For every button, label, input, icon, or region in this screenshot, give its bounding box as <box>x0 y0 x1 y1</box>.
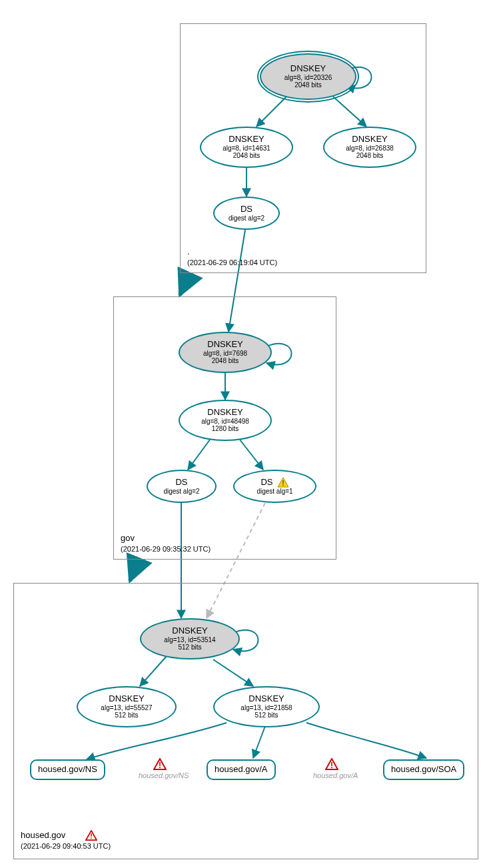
node-sub2: 2048 bits <box>356 152 384 160</box>
node-title: DNSKEY <box>207 408 242 418</box>
zone-housed-name: housed.gov <box>21 830 65 841</box>
node-sub1: alg=8, id=20326 <box>284 74 332 82</box>
node-sub2: 2048 bits <box>233 152 260 160</box>
node-sub2: 512 bits <box>254 711 278 719</box>
housed-ksk: DNSKEY alg=13, id=53514 512 bits <box>140 618 240 659</box>
root-ksk: DNSKEY alg=8, id=20326 2048 bits <box>260 53 356 100</box>
zone-root-label: . (2021-06-29 06:19:04 UTC) <box>187 246 277 267</box>
gov-ksk: DNSKEY alg=8, id=7698 2048 bits <box>179 332 272 373</box>
node-title: DS <box>175 478 187 488</box>
node-sub1: alg=13, id=55527 <box>101 704 152 712</box>
node-title: DNSKEY <box>207 340 242 350</box>
error-icon: ! <box>153 758 167 770</box>
node-sub1: alg=8, id=48498 <box>201 418 249 426</box>
node-sub1: alg=13, id=53514 <box>164 636 215 644</box>
node-sub2: 512 bits <box>178 644 201 651</box>
node-sub2: 2048 bits <box>294 81 322 89</box>
node-title: DNSKEY <box>172 626 207 636</box>
error-icon: ! <box>85 830 97 841</box>
zone-gov-label: gov (2021-06-29 09:35:32 UTC) <box>121 533 211 554</box>
node-sub2: 2048 bits <box>212 357 239 365</box>
housed-zsk-55527: DNSKEY alg=13, id=55527 512 bits <box>77 686 177 727</box>
node-title: DNSKEY <box>229 135 264 145</box>
gov-ds-alg2: DS digest alg=2 <box>147 470 217 503</box>
rr-label: housed.gov/SOA <box>391 765 456 775</box>
dnssec-graph: . (2021-06-29 06:19:04 UTC) DNSKEY alg=8… <box>7 7 478 861</box>
node-title: DS <box>241 205 252 215</box>
node-title: DNSKEY <box>109 694 144 704</box>
zone-housed-label: housed.gov ! (2021-06-29 09:40:53 UTC) <box>21 830 111 851</box>
node-title: DNSKEY <box>248 694 284 704</box>
zone-housed-ts: (2021-06-29 09:40:53 UTC) <box>21 841 111 851</box>
svg-text:!: ! <box>282 480 284 488</box>
svg-text:!: ! <box>159 761 161 770</box>
node-sub1: alg=13, id=21858 <box>241 704 292 712</box>
ghost-ns: housed.gov/NS <box>139 771 189 779</box>
node-sub2: 512 bits <box>115 711 138 719</box>
node-title: DNSKEY <box>290 64 326 74</box>
svg-text:!: ! <box>90 833 93 841</box>
zone-root-name: . <box>187 246 277 258</box>
rr-label: housed.gov/A <box>215 765 268 775</box>
node-title: DS <box>260 478 272 488</box>
node-title: DNSKEY <box>352 135 387 145</box>
node-sub1: alg=8, id=26838 <box>346 145 394 153</box>
zone-gov-name: gov <box>121 533 211 544</box>
zone-gov-ts: (2021-06-29 09:35:32 UTC) <box>121 544 211 554</box>
rr-soa: housed.gov/SOA <box>383 759 464 780</box>
node-sub1: alg=8, id=14631 <box>223 145 270 153</box>
warning-icon: ! <box>277 477 289 488</box>
rr-a: housed.gov/A <box>207 759 276 780</box>
zone-root-ts: (2021-06-29 06:19:04 UTC) <box>187 258 277 267</box>
error-icon: ! <box>325 758 338 770</box>
gov-zsk: DNSKEY alg=8, id=48498 1280 bits <box>179 400 272 441</box>
node-sub1: digest alg=1 <box>256 488 292 496</box>
rr-label: housed.gov/NS <box>38 765 97 775</box>
rr-ns: housed.gov/NS <box>30 759 105 780</box>
gov-ds-alg1: DS ! digest alg=1 <box>233 470 316 503</box>
housed-zsk-21858: DNSKEY alg=13, id=21858 512 bits <box>213 686 320 727</box>
ghost-a: housed.gov/A <box>313 771 358 779</box>
root-zsk-26838: DNSKEY alg=8, id=26838 2048 bits <box>323 127 416 168</box>
svg-text:!: ! <box>330 761 333 770</box>
root-ds: DS digest alg=2 <box>213 197 280 230</box>
node-sub1: digest alg=2 <box>229 215 264 222</box>
root-zsk-14631: DNSKEY alg=8, id=14631 2048 bits <box>200 127 293 168</box>
node-sub1: digest alg=2 <box>163 488 199 496</box>
node-sub1: alg=8, id=7698 <box>203 350 247 358</box>
node-sub2: 1280 bits <box>212 425 239 433</box>
